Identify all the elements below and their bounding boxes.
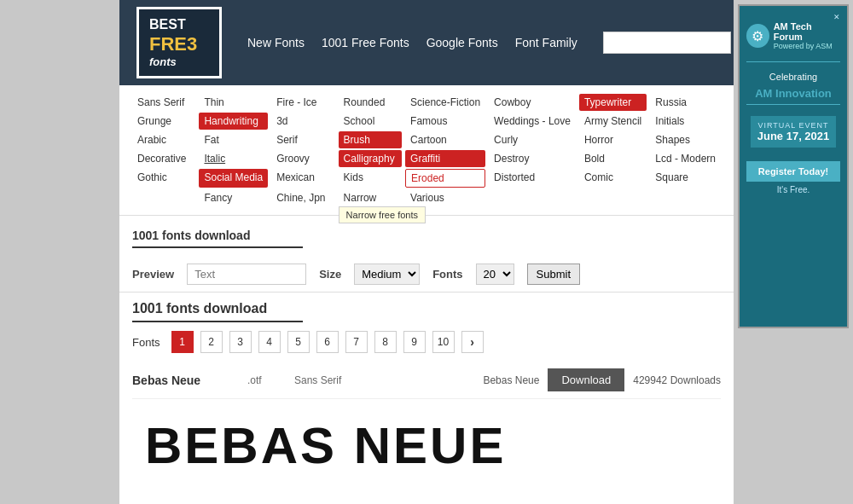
- search-input[interactable]: [603, 32, 731, 54]
- submit-button[interactable]: Submit: [527, 264, 580, 285]
- cat-famous[interactable]: Famous: [405, 113, 485, 130]
- cat-various[interactable]: Various: [405, 189, 485, 206]
- header: BEST FRE3 fonts New Fonts 1001 Free Font…: [119, 0, 734, 85]
- cat-arabic[interactable]: Arabic: [132, 131, 195, 148]
- cat-gothic[interactable]: Gothic: [132, 169, 195, 188]
- cat-italic[interactable]: Italic: [199, 150, 268, 167]
- pagination-row: Fonts 1 2 3 4 5 6 7 8 9 10 ›: [132, 331, 721, 353]
- cat-typewriter[interactable]: Typewriter: [579, 94, 647, 111]
- ad-event-date: June 17, 2021: [757, 130, 830, 142]
- main-content: BEST FRE3 fonts New Fonts 1001 Free Font…: [119, 0, 734, 504]
- cat-narrow[interactable]: Narrow: [344, 192, 377, 204]
- page-next-btn[interactable]: ›: [461, 331, 484, 353]
- cat-initials[interactable]: Initials: [650, 113, 721, 130]
- ad-left: [0, 0, 119, 504]
- fonts-label: Fonts: [132, 336, 160, 349]
- logo-fonts: fonts: [149, 55, 209, 69]
- font-section-title: 1001 fonts download: [132, 301, 721, 316]
- cat-weddings-love[interactable]: Weddings - Love: [489, 113, 576, 130]
- ad-logo: ⚙ AM Tech Forum Powered by ASM: [746, 21, 840, 50]
- cat-fat[interactable]: Fat: [199, 131, 268, 148]
- ad-divider-2: [746, 104, 840, 105]
- ad-gear-icon: ⚙: [746, 24, 769, 48]
- cat-3d[interactable]: 3d: [271, 113, 334, 130]
- page-btn-2[interactable]: 2: [200, 331, 223, 353]
- page-btn-9[interactable]: 9: [403, 331, 426, 353]
- page-btn-4[interactable]: 4: [258, 331, 281, 353]
- font-ext: .otf: [247, 374, 281, 386]
- logo-best: BEST: [149, 16, 209, 32]
- nav-google-fonts[interactable]: Google Fonts: [426, 36, 498, 49]
- narrow-tooltip: Narrow free fonts: [339, 206, 426, 223]
- ad-powered: Powered by ASM: [774, 42, 840, 50]
- font-entry: Bebas Neue .otf Sans Serif Bebas Neue Do…: [132, 362, 721, 399]
- page-btn-6[interactable]: 6: [316, 331, 339, 353]
- cat-fire-ice[interactable]: Fire - Ice: [271, 94, 334, 111]
- cat-eroded[interactable]: Eroded: [405, 169, 485, 188]
- font-preview-text: BEBAS NEUE: [132, 399, 721, 492]
- cat-calligraphy[interactable]: Calligraphy: [339, 150, 402, 167]
- ad-title: AM Tech Forum: [774, 21, 840, 42]
- cat-curly[interactable]: Curly: [489, 131, 576, 148]
- ad-am-innovation: AM Innovation: [755, 87, 832, 100]
- nav-new-fonts[interactable]: New Fonts: [247, 36, 305, 49]
- cat-horror[interactable]: Horror: [579, 131, 647, 148]
- cat-school[interactable]: School: [339, 113, 402, 130]
- ad-close[interactable]: ✕: [833, 13, 840, 21]
- cat-fancy[interactable]: Fancy: [199, 189, 268, 206]
- font-section: 1001 fonts download Fonts 1 2 3 4 5 6 7 …: [119, 293, 734, 501]
- site-logo[interactable]: BEST FRE3 fonts: [136, 7, 222, 78]
- cat-kids[interactable]: Kids: [339, 169, 402, 188]
- main-nav: New Fonts 1001 Free Fonts Google Fonts F…: [247, 36, 577, 49]
- preview-label: Preview: [132, 268, 174, 281]
- cat-chine-jpn[interactable]: Chine, Jpn: [271, 189, 334, 206]
- font-name: Bebas Neue: [132, 374, 235, 387]
- download-button[interactable]: Download: [548, 368, 624, 391]
- cat-brush[interactable]: Brush: [339, 131, 402, 148]
- cat-decorative[interactable]: Decorative: [132, 150, 195, 167]
- cat-destroy[interactable]: Destroy: [489, 150, 576, 167]
- cat-comic[interactable]: Comic: [579, 169, 647, 188]
- categories-section: Sans Serif Thin Fire - Ice Rounded Scien…: [119, 85, 734, 216]
- download-count: 429942 Downloads: [633, 374, 721, 386]
- cat-cartoon[interactable]: Cartoon: [405, 131, 485, 148]
- logo-free: FRE3: [149, 33, 209, 55]
- cat-shapes[interactable]: Shapes: [650, 131, 721, 148]
- cat-russia[interactable]: Russia: [650, 94, 721, 111]
- cat-mexican[interactable]: Mexican: [271, 169, 334, 188]
- font-badge: Bebas Neue: [483, 374, 539, 386]
- preview-controls: Preview Size Medium Small Large Fonts 20…: [119, 257, 734, 293]
- ad-register-button[interactable]: Register Today!: [746, 161, 840, 182]
- page-btn-3[interactable]: 3: [229, 331, 252, 353]
- cat-serif[interactable]: Serif: [271, 131, 334, 148]
- page-btn-8[interactable]: 8: [374, 331, 397, 353]
- cat-square[interactable]: Square: [650, 169, 721, 188]
- page-btn-10[interactable]: 10: [432, 331, 455, 353]
- cat-thin[interactable]: Thin: [199, 94, 268, 111]
- cat-social-media[interactable]: Social Media: [199, 169, 268, 188]
- cat-science-fiction[interactable]: Science-Fiction: [405, 94, 485, 111]
- size-select[interactable]: Medium Small Large: [354, 264, 420, 285]
- page-btn-7[interactable]: 7: [345, 331, 368, 353]
- ad-event-label: VIRTUAL EVENT: [757, 121, 830, 130]
- cat-groovy[interactable]: Groovy: [271, 150, 334, 167]
- cat-army-stencil[interactable]: Army Stencil: [579, 113, 647, 130]
- cat-cowboy[interactable]: Cowboy: [489, 94, 576, 111]
- nav-1001-fonts[interactable]: 1001 Free Fonts: [322, 36, 409, 49]
- cat-lcd-modern[interactable]: Lcd - Modern: [650, 150, 721, 167]
- ad-inner[interactable]: ✕ ⚙ AM Tech Forum Powered by ASM Celebra…: [738, 4, 849, 328]
- cat-grunge[interactable]: Grunge: [132, 113, 195, 130]
- page-btn-5[interactable]: 5: [287, 331, 310, 353]
- cat-rounded[interactable]: Rounded: [339, 94, 402, 111]
- cat-handwriting[interactable]: Handwriting: [199, 113, 268, 130]
- nav-font-family[interactable]: Font Family: [515, 36, 577, 49]
- cat-sans-serif[interactable]: Sans Serif: [132, 94, 195, 111]
- fonts-per-page-select[interactable]: 20 10 50: [476, 264, 514, 285]
- cat-bold[interactable]: Bold: [579, 150, 647, 167]
- page-btn-1[interactable]: 1: [171, 331, 194, 353]
- cat-distorted[interactable]: Distorted: [489, 169, 576, 188]
- cat-empty: [132, 189, 195, 206]
- fonts-count-label: Fonts: [432, 268, 462, 281]
- cat-graffiti[interactable]: Graffiti: [405, 150, 485, 167]
- preview-input[interactable]: [187, 264, 306, 285]
